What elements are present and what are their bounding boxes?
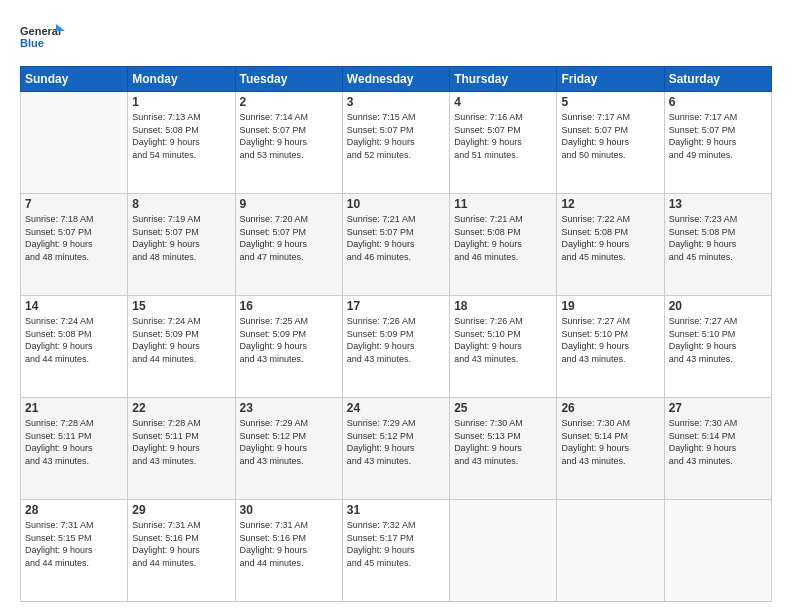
calendar-cell: 18Sunrise: 7:26 AM Sunset: 5:10 PM Dayli… (450, 296, 557, 398)
day-info: Sunrise: 7:31 AM Sunset: 5:15 PM Dayligh… (25, 519, 123, 569)
calendar-cell (450, 500, 557, 602)
day-number: 29 (132, 503, 230, 517)
day-number: 17 (347, 299, 445, 313)
day-number: 7 (25, 197, 123, 211)
svg-text:General: General (20, 25, 61, 37)
weekday-header: Tuesday (235, 67, 342, 92)
calendar-week-row: 1Sunrise: 7:13 AM Sunset: 5:08 PM Daylig… (21, 92, 772, 194)
calendar-cell: 31Sunrise: 7:32 AM Sunset: 5:17 PM Dayli… (342, 500, 449, 602)
day-number: 16 (240, 299, 338, 313)
calendar-week-row: 28Sunrise: 7:31 AM Sunset: 5:15 PM Dayli… (21, 500, 772, 602)
day-info: Sunrise: 7:28 AM Sunset: 5:11 PM Dayligh… (25, 417, 123, 467)
day-number: 25 (454, 401, 552, 415)
calendar-cell: 16Sunrise: 7:25 AM Sunset: 5:09 PM Dayli… (235, 296, 342, 398)
calendar-cell: 8Sunrise: 7:19 AM Sunset: 5:07 PM Daylig… (128, 194, 235, 296)
calendar-cell: 12Sunrise: 7:22 AM Sunset: 5:08 PM Dayli… (557, 194, 664, 296)
day-number: 28 (25, 503, 123, 517)
day-number: 6 (669, 95, 767, 109)
day-number: 8 (132, 197, 230, 211)
day-info: Sunrise: 7:26 AM Sunset: 5:10 PM Dayligh… (454, 315, 552, 365)
day-number: 19 (561, 299, 659, 313)
day-info: Sunrise: 7:15 AM Sunset: 5:07 PM Dayligh… (347, 111, 445, 161)
weekday-header: Saturday (664, 67, 771, 92)
day-number: 26 (561, 401, 659, 415)
day-number: 27 (669, 401, 767, 415)
calendar-cell (21, 92, 128, 194)
day-number: 15 (132, 299, 230, 313)
calendar-cell: 25Sunrise: 7:30 AM Sunset: 5:13 PM Dayli… (450, 398, 557, 500)
calendar-week-row: 7Sunrise: 7:18 AM Sunset: 5:07 PM Daylig… (21, 194, 772, 296)
day-number: 11 (454, 197, 552, 211)
day-info: Sunrise: 7:27 AM Sunset: 5:10 PM Dayligh… (669, 315, 767, 365)
calendar-cell: 5Sunrise: 7:17 AM Sunset: 5:07 PM Daylig… (557, 92, 664, 194)
weekday-header: Wednesday (342, 67, 449, 92)
day-info: Sunrise: 7:25 AM Sunset: 5:09 PM Dayligh… (240, 315, 338, 365)
day-number: 10 (347, 197, 445, 211)
calendar-cell: 10Sunrise: 7:21 AM Sunset: 5:07 PM Dayli… (342, 194, 449, 296)
weekday-header: Thursday (450, 67, 557, 92)
calendar-cell: 22Sunrise: 7:28 AM Sunset: 5:11 PM Dayli… (128, 398, 235, 500)
calendar-cell: 30Sunrise: 7:31 AM Sunset: 5:16 PM Dayli… (235, 500, 342, 602)
calendar-week-row: 14Sunrise: 7:24 AM Sunset: 5:08 PM Dayli… (21, 296, 772, 398)
calendar-cell: 28Sunrise: 7:31 AM Sunset: 5:15 PM Dayli… (21, 500, 128, 602)
calendar-cell: 1Sunrise: 7:13 AM Sunset: 5:08 PM Daylig… (128, 92, 235, 194)
calendar-cell (664, 500, 771, 602)
day-info: Sunrise: 7:18 AM Sunset: 5:07 PM Dayligh… (25, 213, 123, 263)
day-info: Sunrise: 7:31 AM Sunset: 5:16 PM Dayligh… (240, 519, 338, 569)
day-info: Sunrise: 7:24 AM Sunset: 5:09 PM Dayligh… (132, 315, 230, 365)
calendar-cell: 23Sunrise: 7:29 AM Sunset: 5:12 PM Dayli… (235, 398, 342, 500)
day-number: 30 (240, 503, 338, 517)
day-number: 20 (669, 299, 767, 313)
calendar-cell (557, 500, 664, 602)
calendar-cell: 14Sunrise: 7:24 AM Sunset: 5:08 PM Dayli… (21, 296, 128, 398)
day-number: 31 (347, 503, 445, 517)
svg-text:Blue: Blue (20, 37, 44, 49)
calendar-header-row: SundayMondayTuesdayWednesdayThursdayFrid… (21, 67, 772, 92)
day-info: Sunrise: 7:30 AM Sunset: 5:13 PM Dayligh… (454, 417, 552, 467)
day-info: Sunrise: 7:22 AM Sunset: 5:08 PM Dayligh… (561, 213, 659, 263)
day-number: 18 (454, 299, 552, 313)
calendar-cell: 27Sunrise: 7:30 AM Sunset: 5:14 PM Dayli… (664, 398, 771, 500)
day-info: Sunrise: 7:21 AM Sunset: 5:08 PM Dayligh… (454, 213, 552, 263)
day-number: 21 (25, 401, 123, 415)
header: General Blue (20, 18, 772, 56)
logo-svg: General Blue (20, 18, 70, 56)
page: General Blue SundayMondayTuesdayWednesda… (0, 0, 792, 612)
calendar-cell: 6Sunrise: 7:17 AM Sunset: 5:07 PM Daylig… (664, 92, 771, 194)
calendar-cell: 19Sunrise: 7:27 AM Sunset: 5:10 PM Dayli… (557, 296, 664, 398)
calendar-cell: 17Sunrise: 7:26 AM Sunset: 5:09 PM Dayli… (342, 296, 449, 398)
day-info: Sunrise: 7:30 AM Sunset: 5:14 PM Dayligh… (669, 417, 767, 467)
day-info: Sunrise: 7:17 AM Sunset: 5:07 PM Dayligh… (561, 111, 659, 161)
day-number: 9 (240, 197, 338, 211)
calendar-cell: 15Sunrise: 7:24 AM Sunset: 5:09 PM Dayli… (128, 296, 235, 398)
day-info: Sunrise: 7:27 AM Sunset: 5:10 PM Dayligh… (561, 315, 659, 365)
day-info: Sunrise: 7:31 AM Sunset: 5:16 PM Dayligh… (132, 519, 230, 569)
weekday-header: Sunday (21, 67, 128, 92)
day-info: Sunrise: 7:24 AM Sunset: 5:08 PM Dayligh… (25, 315, 123, 365)
calendar-cell: 11Sunrise: 7:21 AM Sunset: 5:08 PM Dayli… (450, 194, 557, 296)
day-number: 1 (132, 95, 230, 109)
day-info: Sunrise: 7:13 AM Sunset: 5:08 PM Dayligh… (132, 111, 230, 161)
day-info: Sunrise: 7:23 AM Sunset: 5:08 PM Dayligh… (669, 213, 767, 263)
day-info: Sunrise: 7:20 AM Sunset: 5:07 PM Dayligh… (240, 213, 338, 263)
day-info: Sunrise: 7:21 AM Sunset: 5:07 PM Dayligh… (347, 213, 445, 263)
day-info: Sunrise: 7:17 AM Sunset: 5:07 PM Dayligh… (669, 111, 767, 161)
calendar-cell: 26Sunrise: 7:30 AM Sunset: 5:14 PM Dayli… (557, 398, 664, 500)
day-number: 23 (240, 401, 338, 415)
weekday-header: Friday (557, 67, 664, 92)
day-info: Sunrise: 7:29 AM Sunset: 5:12 PM Dayligh… (240, 417, 338, 467)
calendar-cell: 9Sunrise: 7:20 AM Sunset: 5:07 PM Daylig… (235, 194, 342, 296)
calendar-body: 1Sunrise: 7:13 AM Sunset: 5:08 PM Daylig… (21, 92, 772, 602)
day-info: Sunrise: 7:14 AM Sunset: 5:07 PM Dayligh… (240, 111, 338, 161)
day-info: Sunrise: 7:32 AM Sunset: 5:17 PM Dayligh… (347, 519, 445, 569)
day-number: 14 (25, 299, 123, 313)
day-number: 22 (132, 401, 230, 415)
day-number: 5 (561, 95, 659, 109)
day-info: Sunrise: 7:29 AM Sunset: 5:12 PM Dayligh… (347, 417, 445, 467)
logo: General Blue (20, 18, 70, 56)
calendar-cell: 24Sunrise: 7:29 AM Sunset: 5:12 PM Dayli… (342, 398, 449, 500)
calendar-cell: 13Sunrise: 7:23 AM Sunset: 5:08 PM Dayli… (664, 194, 771, 296)
day-number: 2 (240, 95, 338, 109)
calendar-cell: 21Sunrise: 7:28 AM Sunset: 5:11 PM Dayli… (21, 398, 128, 500)
day-info: Sunrise: 7:28 AM Sunset: 5:11 PM Dayligh… (132, 417, 230, 467)
